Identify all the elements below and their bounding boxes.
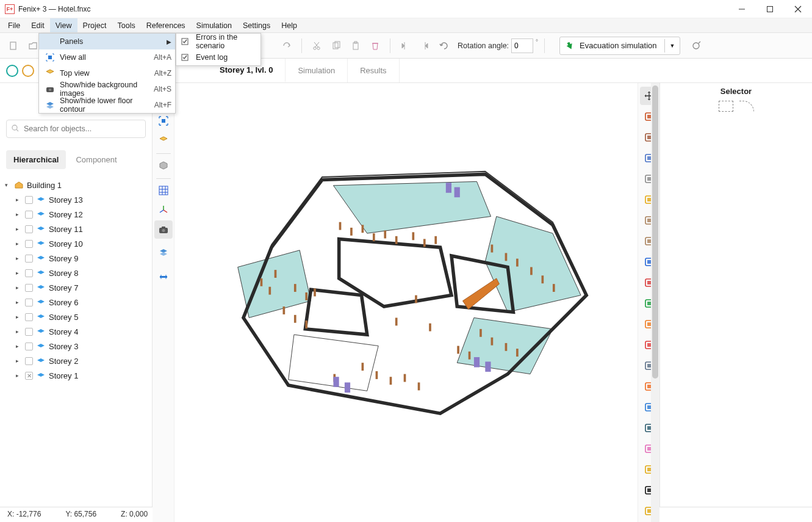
tree-storey[interactable]: ▸✕Storey 1	[16, 368, 147, 383]
tree-storey-label: Storey 7	[49, 283, 78, 292]
iso-shade-icon[interactable]	[154, 156, 173, 175]
settings-icon[interactable]	[688, 37, 705, 54]
view-menu-view-all[interactable]: View allAlt+A	[39, 49, 175, 65]
tab-simulation[interactable]: Simulation	[286, 59, 348, 82]
menu-view[interactable]: View	[50, 18, 77, 32]
tree-storey[interactable]: ▸Storey 7	[16, 280, 147, 295]
expand-icon[interactable]: ▸	[16, 314, 22, 320]
tree-storey[interactable]: ▸Storey 3	[16, 339, 147, 353]
svg-rect-67	[516, 259, 519, 267]
menu-edit[interactable]: Edit	[26, 18, 50, 32]
tree-checkbox[interactable]	[25, 211, 33, 219]
menu-tools[interactable]: Tools	[112, 18, 140, 32]
tree-checkbox[interactable]	[25, 225, 33, 233]
menu-simulation[interactable]: Simulation	[191, 18, 237, 32]
panels-errors-in-the-scenario[interactable]: Errors in the scenario	[176, 34, 260, 49]
scrollbar[interactable]	[651, 83, 659, 522]
expand-icon[interactable]: ▸	[16, 358, 22, 364]
svg-rect-66	[505, 253, 508, 261]
view-menu-panels[interactable]: Panels▶	[39, 34, 175, 49]
grid-icon[interactable]	[154, 181, 173, 200]
tree-root[interactable]: ▾ Building 1	[5, 178, 147, 192]
minimize-button[interactable]	[728, 0, 756, 18]
panels-event-log[interactable]: Event log	[176, 49, 260, 65]
expand-icon[interactable]: ▸	[16, 270, 22, 276]
expand-icon[interactable]: ▸	[16, 211, 22, 217]
tree-checkbox[interactable]	[25, 328, 33, 336]
tree-checkbox[interactable]	[25, 255, 33, 263]
expand-icon[interactable]: ▸	[16, 226, 22, 232]
expand-icon[interactable]: ▸	[16, 328, 22, 335]
iso-top-icon[interactable]	[154, 131, 173, 150]
mirror-h-icon[interactable]	[397, 37, 414, 54]
camera-icon[interactable]	[154, 220, 173, 239]
view-menu-show-hide-lower-floor-contour[interactable]: Show/hide lower floor contourAlt+F	[39, 97, 175, 113]
tree-storey[interactable]: ▸Storey 5	[16, 310, 147, 324]
menu-help[interactable]: Help	[276, 18, 303, 32]
menu-settings[interactable]: Settings	[237, 18, 276, 32]
close-button[interactable]	[784, 0, 812, 18]
tree-storey[interactable]: ▸Storey 11	[16, 222, 147, 236]
circle-orange[interactable]	[22, 65, 34, 77]
view-menu-top-view[interactable]: Top viewAlt+Z	[39, 65, 175, 81]
menu-project[interactable]: Project	[77, 18, 112, 32]
tree-checkbox[interactable]	[25, 284, 33, 292]
cut-icon[interactable]	[308, 37, 325, 54]
new-file-icon[interactable]	[5, 37, 22, 54]
tree-storey[interactable]: ▸Storey 12	[16, 207, 147, 222]
svg-rect-122	[647, 385, 651, 388]
svg-rect-59	[294, 284, 296, 292]
selector-rect-icon[interactable]	[719, 101, 733, 112]
collapse-icon[interactable]: ▾	[5, 182, 11, 188]
tree-checkbox[interactable]	[25, 196, 33, 204]
paste-icon[interactable]	[347, 37, 364, 54]
tree-storey[interactable]: ▸Storey 8	[16, 266, 147, 280]
tree-checkbox[interactable]	[25, 240, 33, 248]
mirror-v-icon[interactable]	[416, 37, 433, 54]
tree-storey[interactable]: ▸Storey 10	[16, 236, 147, 251]
tree-checkbox[interactable]	[25, 343, 33, 350]
object-tab-hierarchical[interactable]: Hierarchical	[6, 150, 66, 169]
rotate-icon[interactable]	[436, 37, 453, 54]
tree-storey-label: Storey 1	[49, 371, 78, 380]
delete-icon[interactable]	[367, 37, 384, 54]
menu-file[interactable]: File	[2, 18, 26, 32]
view-menu-show-hide-background-images[interactable]: Show/hide background imagesAlt+S	[39, 81, 175, 97]
section-icon[interactable]	[154, 267, 173, 285]
expand-icon[interactable]: ▸	[16, 285, 22, 291]
circle-teal[interactable]	[6, 65, 18, 77]
simulation-selector-label: Evacuation simulation	[580, 41, 656, 50]
expand-icon[interactable]: ▸	[16, 372, 22, 379]
tree-checkbox[interactable]	[25, 313, 33, 321]
svg-rect-96	[647, 115, 651, 118]
tree-storey[interactable]: ▸Storey 4	[16, 324, 147, 339]
expand-icon[interactable]: ▸	[16, 255, 22, 261]
tree-checkbox[interactable]	[25, 299, 33, 306]
tree-checkbox[interactable]: ✕	[25, 372, 33, 380]
expand-icon[interactable]: ▸	[16, 343, 22, 349]
svg-rect-100	[647, 156, 651, 160]
redo-icon[interactable]	[278, 37, 295, 54]
simulation-selector[interactable]: Evacuation simulation ▼	[559, 37, 680, 55]
search-input[interactable]	[6, 120, 146, 138]
tree-storey[interactable]: ▸Storey 6	[16, 295, 147, 310]
viewport-3d[interactable]	[174, 83, 638, 522]
tree-storey[interactable]: ▸Storey 2	[16, 353, 147, 368]
tree-storey[interactable]: ▸Storey 9	[16, 251, 147, 266]
expand-icon[interactable]: ▸	[16, 241, 22, 247]
expand-icon[interactable]: ▸	[16, 299, 22, 305]
copy-icon[interactable]	[328, 37, 345, 54]
axes-icon[interactable]	[154, 201, 173, 219]
tree-storey[interactable]: ▸Storey 13	[16, 192, 147, 207]
rotation-input[interactable]	[511, 38, 533, 53]
selector-lasso-icon[interactable]	[739, 101, 754, 112]
fit-view-icon[interactable]	[154, 112, 173, 130]
layers-icon[interactable]	[154, 244, 173, 262]
expand-icon[interactable]: ▸	[16, 197, 22, 203]
maximize-button[interactable]	[756, 0, 784, 18]
object-tab-component[interactable]: Component	[68, 150, 124, 169]
tree-checkbox[interactable]	[25, 357, 33, 365]
tree-checkbox[interactable]	[25, 269, 33, 277]
menu-references[interactable]: References	[141, 18, 191, 32]
tab-results[interactable]: Results	[348, 59, 399, 82]
